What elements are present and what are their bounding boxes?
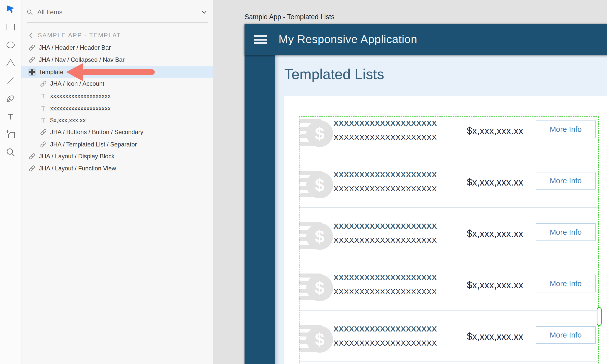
design-canvas[interactable]: Sample App - Templated Lists My Responsi… <box>213 0 607 364</box>
breadcrumb-label: SAMPLE APP - TEMPLAT… <box>38 32 128 39</box>
dollar-coins-icon: $ <box>299 273 333 302</box>
layer-filter[interactable]: All Items <box>21 6 213 18</box>
svg-text:$: $ <box>315 278 324 297</box>
layer-item-header-bar[interactable]: JHA / Header / Header Bar <box>21 42 213 54</box>
layer-item-amount-text[interactable]: T $x,xxx,xxx.xx <box>21 114 213 126</box>
dollar-coins-icon: $ <box>299 119 333 147</box>
tool-rail: T <box>0 0 21 364</box>
select-tool-icon[interactable] <box>6 5 15 14</box>
list-row: $ XXXXXXXXXXXXXXXXXXXX XXXXXXXXXXXXXXXXX… <box>284 311 607 362</box>
app-title: My Responsive Application <box>279 24 417 55</box>
layer-item-label: JHA / Templated List / Separator <box>50 141 137 148</box>
rectangle-tool-icon[interactable] <box>6 22 15 32</box>
layer-item-label: JHA / Layout / Function View <box>39 165 116 172</box>
row-subtitle: XXXXXXXXXXXXXXXXXXXX <box>333 133 437 142</box>
list-row: $ XXXXXXXXXXXXXXXXXXXX XXXXXXXXXXXXXXXXX… <box>284 208 607 259</box>
text-layer-icon: T <box>40 105 47 112</box>
more-info-button[interactable]: More Info <box>536 326 596 344</box>
layer-item-display-block[interactable]: JHA / Layout / Display Block <box>21 150 213 162</box>
svg-text:$: $ <box>315 124 324 143</box>
dollar-coins-icon: $ <box>299 222 333 250</box>
row-amount: $x,xxx,xxx.xx <box>467 177 523 188</box>
row-separator <box>299 361 599 362</box>
chevron-left-icon[interactable] <box>29 32 33 38</box>
layer-item-nav-bar[interactable]: JHA / Nav / Collapsed / Nav Bar <box>21 54 213 66</box>
row-title: XXXXXXXXXXXXXXXXXXXX <box>333 119 437 128</box>
link-icon <box>40 141 47 148</box>
page-title: Templated Lists <box>284 66 384 82</box>
polygon-tool-icon[interactable] <box>6 58 15 67</box>
row-amount: $x,xxx,xxx.xx <box>467 126 523 136</box>
layer-item-button-secondary[interactable]: JHA / Buttons / Button / Secondary <box>21 126 213 138</box>
row-title: XXXXXXXXXXXXXXXXXXXX <box>333 170 437 179</box>
filter-underline <box>27 22 208 23</box>
link-icon <box>40 128 47 136</box>
layer-item-text-1[interactable]: T xxxxxxxxxxxxxxxxxxxx <box>21 90 213 102</box>
artboard-tool-icon[interactable] <box>6 130 15 139</box>
layer-item-label: JHA / Nav / Collapsed / Nav Bar <box>39 56 125 63</box>
app-content: Templated Lists $ XXXXXXXXXXXXXXXXXXXX X… <box>275 55 607 364</box>
more-info-button[interactable]: More Info <box>536 275 596 292</box>
row-subtitle: XXXXXXXXXXXXXXXXXXXX <box>333 339 437 347</box>
component-grid-icon <box>28 68 36 76</box>
artboard: My Responsive Application Templated List… <box>245 24 607 364</box>
link-icon <box>28 44 36 51</box>
svg-text:$: $ <box>315 330 324 349</box>
row-amount: $x,xxx,xxx.xx <box>467 331 523 342</box>
row-title: XXXXXXXXXXXXXXXXXXXX <box>333 325 437 333</box>
layer-item-label: JHA / Layout / Display Block <box>39 153 114 160</box>
row-amount: $x,xxx,xxx.xx <box>467 280 523 291</box>
layer-item-label: JHA / Header / Header Bar <box>39 44 111 51</box>
app-header-bar: My Responsive Application <box>245 24 607 55</box>
list-row: $ XXXXXXXXXXXXXXXXXXXX XXXXXXXXXXXXXXXXX… <box>284 156 607 208</box>
layer-item-label: Template <box>39 69 63 76</box>
ellipse-tool-icon[interactable] <box>6 40 15 49</box>
text-tool-icon[interactable]: T <box>6 112 15 121</box>
link-icon <box>28 153 36 160</box>
text-layer-icon: T <box>40 116 47 124</box>
row-subtitle: XXXXXXXXXXXXXXXXXXXX <box>333 236 437 245</box>
pen-tool-icon[interactable] <box>6 94 15 103</box>
layer-item-separator[interactable]: JHA / Templated List / Separator <box>21 138 213 150</box>
zoom-tool-icon[interactable] <box>6 148 15 157</box>
row-title: XXXXXXXXXXXXXXXXXXXX <box>333 273 437 282</box>
hamburger-icon[interactable] <box>254 35 267 44</box>
layers-panel: All Items SAMPLE APP - TEMPLAT… JHA / He… <box>21 0 213 364</box>
more-info-button[interactable]: More Info <box>536 120 596 138</box>
layer-item-label: xxxxxxxxxxxxxxxxxxxx <box>50 93 111 100</box>
filter-value: All Items <box>37 8 63 16</box>
chevron-down-icon[interactable] <box>201 9 207 15</box>
layer-item-label: xxxxxxxxxxxxxxxxxxxx <box>50 105 111 112</box>
more-info-button[interactable]: More Info <box>536 223 596 241</box>
layer-item-text-2[interactable]: T xxxxxxxxxxxxxxxxxxxx <box>21 102 213 114</box>
text-layer-icon: T <box>40 92 47 100</box>
more-info-button[interactable]: More Info <box>536 172 596 190</box>
layer-item-function-view[interactable]: JHA / Layout / Function View <box>21 162 213 174</box>
link-icon <box>28 165 36 172</box>
layer-item-icon-account[interactable]: JHA / Icon / Account <box>21 78 213 90</box>
link-icon <box>28 56 36 64</box>
row-subtitle: XXXXXXXXXXXXXXXXXXXX <box>333 185 437 193</box>
row-title: XXXXXXXXXXXXXXXXXXXX <box>333 222 437 230</box>
row-amount: $x,xxx,xxx.xx <box>467 228 523 239</box>
layer-item-label: JHA / Icon / Account <box>50 80 104 87</box>
layer-item-label: $x,xxx,xxx.xx <box>50 117 86 124</box>
row-subtitle: XXXXXXXXXXXXXXXXXXXX <box>333 287 437 296</box>
search-icon <box>27 9 33 15</box>
layer-item-label: JHA / Buttons / Button / Secondary <box>50 129 143 136</box>
svg-text:$: $ <box>315 227 324 246</box>
dollar-coins-icon: $ <box>299 170 333 199</box>
dollar-coins-icon: $ <box>299 324 333 353</box>
list-row: $ XXXXXXXXXXXXXXXXXXXX XXXXXXXXXXXXXXXXX… <box>284 259 607 311</box>
selection-resize-handle[interactable] <box>597 307 602 326</box>
breadcrumb[interactable]: SAMPLE APP - TEMPLAT… <box>21 29 213 41</box>
line-tool-icon[interactable] <box>6 76 15 85</box>
app-nav-rail <box>245 55 275 364</box>
layer-item-template[interactable]: Template <box>21 66 213 78</box>
link-icon <box>40 80 47 87</box>
artboard-label[interactable]: Sample App - Templated Lists <box>245 13 335 21</box>
svg-text:$: $ <box>315 175 324 195</box>
list-row: $ XXXXXXXXXXXXXXXXXXXX XXXXXXXXXXXXXXXXX… <box>284 105 607 156</box>
list-card: $ XXXXXXXXXXXXXXXXXXXX XXXXXXXXXXXXXXXXX… <box>284 96 607 364</box>
